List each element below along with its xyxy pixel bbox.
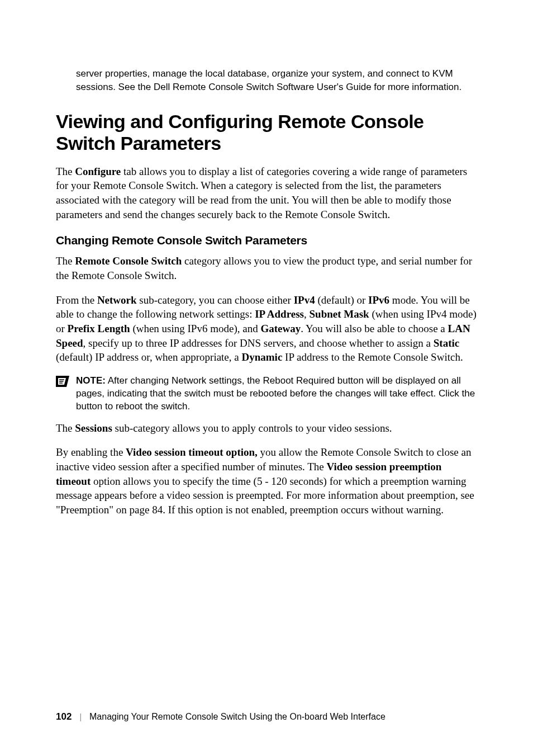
note-block: NOTE: After changing Network settings, t… [56,375,477,413]
text-run: The [56,255,75,267]
text-run: , specify up to three IP addresses for D… [83,337,434,349]
text-run: The [56,166,75,177]
main-heading: Viewing and Configuring Remote Console S… [56,111,477,154]
bold-sessions: Sessions [75,422,112,434]
sub-heading: Changing Remote Console Switch Parameter… [56,234,477,247]
text-run: (default) or [315,294,368,306]
rcs-paragraph: The Remote Console Switch category allow… [56,254,477,282]
text-run: sub-category allows you to apply control… [112,422,392,434]
text-run: sub-category, you can choose either [137,294,294,306]
bold-ipv6: IPv6 [368,294,389,306]
bold-dynamic: Dynamic [242,351,283,363]
page-footer: 102 | Managing Your Remote Console Switc… [56,711,386,722]
text-run: option allows you to specify the time (5… [56,475,474,516]
configure-paragraph: The Configure tab allows you to display … [56,164,477,222]
footer-title: Managing Your Remote Console Switch Usin… [89,712,386,722]
network-paragraph: From the Network sub-category, you can c… [56,293,477,365]
text-run: IP address to the Remote Console Switch. [282,351,463,363]
text-run: From the [56,294,97,306]
note-label: NOTE: [76,375,106,386]
note-text: NOTE: After changing Network settings, t… [76,375,477,413]
sessions-paragraph: The Sessions sub-category allows you to … [56,421,477,436]
bold-static: Static [434,337,459,349]
video-paragraph: By enabling the Video session timeout op… [56,445,477,517]
text-run: (default) IP address or, when appropriat… [56,351,242,363]
bold-ipaddress: IP Address [255,308,304,320]
text-run: By enabling the [56,446,126,458]
page-number: 102 [56,711,72,722]
intro-paragraph: server properties, manage the local data… [76,67,477,94]
bold-ipv4: IPv4 [294,294,315,306]
bold-network: Network [97,294,137,306]
text-run: , [304,308,310,320]
bold-gateway: Gateway [260,323,301,334]
text-run: The [56,422,75,434]
note-body: After changing Network settings, the Reb… [76,375,475,412]
bold-prefix: Prefix Length [68,323,130,334]
footer-separator: | [79,712,82,721]
text-run: (when using IPv6 mode), and [130,323,261,334]
bold-rcs: Remote Console Switch [75,255,182,267]
bold-configure: Configure [75,166,121,177]
text-run: . You will also be able to choose a [301,323,448,334]
note-icon [56,376,69,389]
bold-video-timeout: Video session timeout option, [126,446,258,458]
bold-subnet: Subnet Mask [310,308,369,320]
